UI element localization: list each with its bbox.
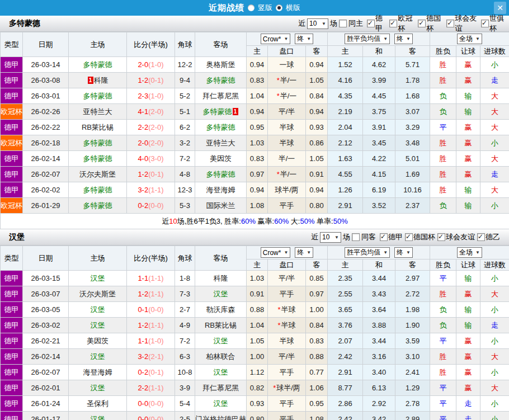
odds-time-select[interactable]: 终▼ [295, 247, 313, 258]
league-checkbox[interactable] [418, 20, 426, 27]
corner-count: 5-3 [175, 198, 195, 214]
recent-count-select[interactable]: 10▼ [320, 232, 341, 243]
league-checkbox-label: 世俱杯 [489, 13, 507, 34]
handicap-home-odds: 0.83 [247, 151, 268, 167]
col-home: 主场 [69, 32, 127, 57]
home-team: 汉堡 [69, 302, 127, 318]
league-checkbox[interactable] [389, 20, 397, 27]
league-badge: 德甲 [1, 88, 23, 104]
handicap-line: 平手 [268, 412, 306, 420]
handicap-away-odds: 0.97 [306, 286, 328, 302]
col-goals: 进球数 [480, 46, 509, 57]
radio-vertical-label[interactable]: 竖版 [258, 3, 272, 13]
goals-result: 小 [480, 198, 509, 214]
wdl-result: 胜 [430, 167, 456, 182]
home-team: 多特蒙德 [69, 198, 127, 214]
chevron-down-icon: ▼ [284, 36, 288, 41]
handicap-result: 赢 [456, 135, 480, 151]
section-home-team: 多特蒙德 近 10▼ 场 同主 德甲欧冠杯德国杯球会友谊世俱杯 类型 日期 主场… [0, 16, 509, 229]
goals-result: 小 [480, 396, 509, 412]
league-checkbox[interactable] [367, 20, 375, 27]
radio-horizontal-layout[interactable] [276, 4, 282, 11]
goals-result: 大 [480, 104, 509, 120]
league-badge: 德甲 [1, 120, 23, 135]
match-score: 1-1(1-1) [127, 271, 175, 286]
handicap-result: 输 [456, 104, 480, 120]
match-date: 26-02-07 [23, 167, 69, 182]
odds-provider-select[interactable]: Crow*▼ [261, 34, 291, 44]
corner-count: 3-9 [175, 380, 195, 396]
corner-count: 5-1 [175, 104, 195, 120]
goals-result: 大 [480, 380, 509, 396]
chevron-down-icon: ▼ [307, 250, 311, 255]
avg-home-odds: 2.12 [328, 135, 363, 151]
scope-select[interactable]: 全场▼ [457, 247, 482, 258]
radio-vertical-layout[interactable] [248, 4, 254, 11]
avg-draw-odds: 3.43 [363, 286, 395, 302]
avg-away-odds: 2.89 [395, 412, 430, 420]
scope-select[interactable]: 全场▼ [457, 34, 482, 44]
recent-count-select[interactable]: 10▼ [307, 18, 328, 29]
avg-away-odds: 2.37 [395, 198, 430, 214]
avg-draw-odds: 4.22 [363, 151, 395, 167]
goals-result: 小 [480, 302, 509, 318]
wdl-result: 胜 [430, 182, 456, 198]
handicap-away-odds: 0.85 [306, 271, 328, 286]
col-odds-home: 主 [247, 259, 268, 271]
away-team: 柏林联合 [195, 349, 247, 365]
home-team: 1科隆 [69, 73, 127, 88]
same-venue-checkbox[interactable] [352, 233, 360, 241]
league-badge: 德甲 [1, 380, 23, 396]
col-corner: 角球 [175, 32, 195, 57]
avg-time-select[interactable]: 终▼ [394, 34, 413, 44]
league-badge: 德甲 [1, 151, 23, 167]
chevron-down-icon: ▼ [475, 36, 480, 41]
avg-draw-odds: 2.92 [363, 396, 395, 412]
handicap-line: *半球 [268, 302, 306, 318]
match-score: 3-2(2-1) [127, 349, 175, 365]
odds-time-select[interactable]: 终▼ [295, 34, 313, 44]
radio-horizontal-label[interactable]: 横版 [286, 3, 300, 13]
away-team: 门兴格拉德巴赫 [195, 412, 247, 420]
close-icon[interactable]: ✕ [494, 2, 506, 14]
same-venue-checkbox[interactable] [339, 20, 347, 27]
avg-draw-odds: 6.13 [363, 380, 395, 396]
red-card-badge: 1 [233, 108, 238, 115]
match-date: 26-02-01 [23, 380, 69, 396]
avg-type-select[interactable]: 胜平负均值▼ [345, 34, 390, 44]
league-checkbox[interactable] [481, 20, 489, 27]
home-team: 多特蒙德 [69, 88, 127, 104]
avg-away-odds: 3.29 [395, 120, 430, 135]
changed-line-star: * [277, 76, 280, 84]
home-team: RB莱比锡 [69, 120, 127, 135]
odds-provider-select[interactable]: Crow*▼ [261, 247, 291, 258]
changed-line-star: * [277, 170, 280, 178]
avg-time-select[interactable]: 终▼ [394, 247, 413, 258]
avg-draw-odds: 4.15 [363, 167, 395, 182]
summary-segment: 50% [300, 217, 314, 225]
red-card-badge: 1 [88, 77, 93, 84]
handicap-home-odds: 0.91 [247, 286, 268, 302]
wdl-result: 胜 [430, 73, 456, 88]
league-checkbox[interactable] [477, 233, 485, 241]
league-checkbox[interactable] [446, 20, 454, 27]
league-checkbox[interactable] [380, 233, 388, 241]
league-checkbox[interactable] [437, 233, 445, 241]
corner-count: 4-9 [175, 318, 195, 333]
avg-type-select[interactable]: 胜平负均值▼ [345, 247, 390, 258]
goals-result: 小 [480, 365, 509, 380]
match-score: 0-0(0-0) [127, 396, 175, 412]
goals-result: 小 [480, 57, 509, 73]
handicap-away-odds: 0.94 [306, 57, 328, 73]
match-row: 德甲26-03-05汉堡0-1(0-0)2-7勒沃库森0.88*半球1.003.… [1, 302, 509, 318]
match-row: 德甲26-02-01汉堡2-2(1-1)3-9拜仁慕尼黑0.82*球半/两1.0… [1, 380, 509, 396]
match-score: 2-0(2-0) [127, 135, 175, 151]
corner-count: 9-4 [175, 73, 195, 88]
col-odds-home: 主 [247, 46, 268, 57]
match-date: 26-03-02 [23, 318, 69, 333]
handicap-home-odds: 0.93 [247, 396, 268, 412]
league-checkbox[interactable] [405, 233, 413, 241]
match-score: 0-0(0-0) [127, 412, 175, 420]
handicap-group-header: Crow*▼ 终▼ [247, 246, 328, 259]
wdl-result: 平 [430, 396, 456, 412]
